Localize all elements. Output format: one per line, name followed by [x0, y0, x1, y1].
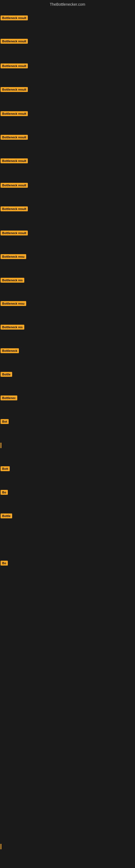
bottleneck-result-badge: Bottleneck result: [1, 207, 28, 211]
bottleneck-result-badge: Bottleneck result: [1, 111, 28, 116]
bottleneck-result-badge: Bottleneck result: [1, 183, 28, 188]
bottleneck-result-badge: Bottleneck resu: [1, 301, 26, 306]
bottleneck-result-badge: Bo: [1, 561, 8, 565]
bottleneck-result-badge: Bottle: [1, 514, 12, 518]
bottleneck-result-badge: Bott: [1, 466, 10, 471]
bottleneck-result-badge: Bottle: [1, 372, 12, 377]
bottleneck-result-badge: Bottleneck result: [1, 63, 28, 68]
bottleneck-result-badge: Bot: [1, 419, 9, 424]
vertical-indicator: [1, 443, 1, 448]
bottleneck-result-badge: Bottlenec: [1, 396, 17, 400]
bottleneck-result-badge: Bottleneck result: [1, 230, 28, 236]
site-title: TheBottlenecker.com: [0, 0, 135, 9]
vertical-indicator: [1, 844, 1, 849]
bottleneck-result-badge: Bottleneck res: [1, 325, 24, 330]
bottleneck-result-badge: Bottleneck result: [1, 39, 28, 44]
bottleneck-result-badge: Bottleneck res: [1, 278, 24, 283]
bottleneck-result-badge: Bo: [1, 490, 8, 495]
bottleneck-result-badge: Bottleneck result: [1, 87, 28, 92]
bottleneck-result-badge: Bottleneck result: [1, 16, 28, 20]
bottleneck-result-badge: Bottleneck resu: [1, 254, 26, 259]
bottleneck-result-badge: Bottleneck result: [1, 158, 28, 163]
bottleneck-result-badge: Bottleneck result: [1, 135, 28, 140]
bottleneck-result-badge: Bottleneck: [1, 348, 19, 353]
